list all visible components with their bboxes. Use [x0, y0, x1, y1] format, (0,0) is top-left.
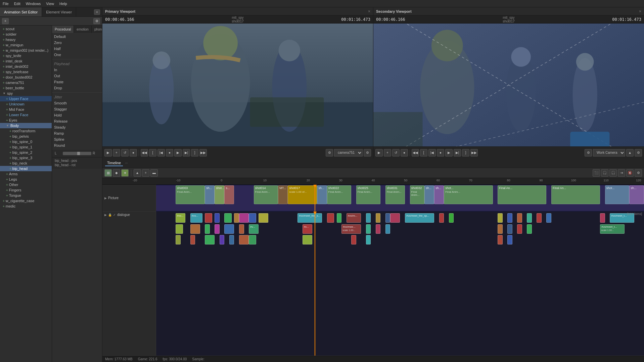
- proc-item-smooth[interactable]: Smooth: [52, 100, 102, 106]
- sound-clip-1[interactable]: #vo...: [176, 213, 185, 223]
- proc-item-hold[interactable]: Hold: [52, 112, 102, 118]
- sound-clip-r3-2[interactable]: [190, 235, 195, 244]
- sound-clip-17[interactable]: [390, 213, 400, 223]
- proc-item-zero[interactable]: Zero: [52, 40, 102, 46]
- interpolation-slider[interactable]: [63, 152, 91, 155]
- shot-sh3[interactable]: sh...: [424, 185, 434, 204]
- add-bookmark-button[interactable]: +: [113, 149, 120, 156]
- menu-edit[interactable]: Edit: [14, 2, 20, 6]
- proc-item-default[interactable]: Default: [52, 34, 102, 40]
- proc-item-one[interactable]: One: [52, 52, 102, 58]
- sec-play-button[interactable]: ▶: [375, 149, 383, 156]
- sec-add-btn[interactable]: +: [384, 149, 391, 156]
- tl-page-btn[interactable]: ▬: [150, 169, 158, 177]
- sec-frame-back[interactable]: [: [420, 149, 427, 156]
- sound-clip-r2-11[interactable]: [376, 224, 381, 234]
- sound-clip-r2-5[interactable]: [224, 224, 234, 234]
- secondary-viewport-canvas[interactable]: [373, 24, 644, 146]
- shot-sh4[interactable]: sh...: [434, 185, 444, 204]
- primary-viewport-close[interactable]: ×: [368, 9, 370, 14]
- proc-item-ramp[interactable]: Ramp: [52, 130, 102, 136]
- sound-clip-r2-7[interactable]: #v...: [249, 224, 259, 234]
- shot-025-block[interactable]: shot025 Final Anim...: [356, 185, 381, 204]
- shot-032-block[interactable]: shot032 Final Anim...: [410, 185, 425, 204]
- tree-item-w-minigun[interactable]: +w_minigun: [0, 42, 52, 48]
- tree-item-spy[interactable]: ▼spy: [0, 91, 52, 96]
- settings-button[interactable]: ⚙: [93, 18, 100, 24]
- sound-track-content[interactable]: [111 items] #vo... #vo...: [156, 212, 644, 356]
- step-fwd-button[interactable]: ▶▶: [199, 149, 207, 156]
- record-button[interactable]: ●: [130, 149, 137, 156]
- primary-viewport-canvas[interactable]: [102, 24, 373, 146]
- sound-clip-13[interactable]: #vo/m...: [347, 213, 361, 223]
- shot-031-block[interactable]: shot031 Final Anim...: [385, 185, 405, 204]
- sound-clip-r2-15[interactable]: [517, 224, 522, 234]
- tree-item-bip-pelvis[interactable]: +bip_pelvis: [0, 134, 52, 139]
- tree-item-tongue[interactable]: +Tongue: [0, 193, 52, 198]
- add-animation-button[interactable]: +: [2, 18, 9, 24]
- sound-clip-7[interactable]: [239, 213, 249, 223]
- sound-expand-icon[interactable]: ▶: [104, 213, 107, 217]
- slider-thumb[interactable]: [77, 152, 80, 155]
- sound-clip-24[interactable]: [527, 213, 532, 223]
- tree-item-intel-desk002[interactable]: +intel_desk002: [0, 64, 52, 69]
- sound-clip-3[interactable]: [205, 213, 212, 223]
- secondary-viewport-close[interactable]: ×: [639, 9, 641, 14]
- proc-tab-phoneme[interactable]: phoneme: [92, 26, 102, 33]
- tl-goto-end[interactable]: ⇥: [618, 169, 625, 177]
- tree-item-upper-face[interactable]: +Upper Face: [0, 96, 52, 101]
- sound-clip-r2-12[interactable]: [385, 224, 390, 234]
- sec-frame-fwd[interactable]: ]: [462, 149, 469, 156]
- sound-clip-r3-9[interactable]: [351, 235, 356, 244]
- sound-clip-r2-2[interactable]: [190, 224, 200, 234]
- tab-element-viewer[interactable]: Element Viewer: [42, 7, 76, 16]
- sound-clip-r3-1[interactable]: [176, 235, 181, 244]
- proc-item-release[interactable]: Release: [52, 118, 102, 124]
- proc-tab-procedural[interactable]: Procedural: [52, 26, 74, 33]
- play-btn2[interactable]: ▶: [174, 149, 182, 156]
- sec-step-back[interactable]: ◀◀: [412, 149, 419, 156]
- play-button[interactable]: ▶: [104, 149, 112, 156]
- shot-003[interactable]: shot003 Final Anim...: [176, 185, 205, 204]
- sec-settings[interactable]: ⚙: [585, 149, 592, 156]
- sound-clip-11[interactable]: [327, 213, 334, 223]
- sec-go-end[interactable]: ▶|: [454, 149, 461, 156]
- sound-clip-r2-1[interactable]: [176, 224, 183, 234]
- tree-item-unknown[interactable]: +Unknown: [0, 101, 52, 107]
- sound-clip-27[interactable]: [600, 213, 605, 223]
- sound-clip-r3-11[interactable]: [498, 235, 503, 244]
- shot-sh2[interactable]: sh...: [317, 185, 327, 204]
- sound-clip-12[interactable]: [337, 213, 342, 223]
- tree-item-medic[interactable]: +medic: [0, 203, 52, 209]
- tree-item-fingers[interactable]: +Fingers: [0, 187, 52, 193]
- sound-clip-r3-12[interactable]: [507, 235, 512, 244]
- sound-clip-10[interactable]: #vo/meet_the_s...: [297, 213, 322, 223]
- sound-clip-14[interactable]: [366, 213, 371, 223]
- shot-sh1[interactable]: sh...: [205, 185, 215, 204]
- step-back-button[interactable]: ◀◀: [141, 149, 148, 156]
- tree-item-soldier[interactable]: +soldier: [0, 32, 52, 37]
- sound-clip-r2-4[interactable]: [215, 224, 220, 234]
- shot-mt[interactable]: MT...: [278, 185, 288, 204]
- sound-clip-5[interactable]: [224, 213, 232, 223]
- proc-item-in[interactable]: In: [52, 67, 102, 73]
- sound-clip-6[interactable]: [234, 213, 239, 223]
- tree-item-beer-bottle[interactable]: +beer_bottle: [0, 85, 52, 91]
- shot-big3[interactable]: Final An...: [551, 185, 600, 204]
- sound-clip-r2-10[interactable]: [366, 224, 371, 234]
- tree-item-bip-spine-2[interactable]: +bip_spine_2: [0, 150, 52, 155]
- tree-item-bip-neck[interactable]: +bip_neck: [0, 161, 52, 166]
- sound-clip-26[interactable]: [546, 213, 551, 223]
- tl-mute-btn[interactable]: 🔇: [626, 169, 634, 177]
- tl-headphone2-btn[interactable]: 🎧: [609, 169, 617, 177]
- go-start-button[interactable]: |◀: [157, 149, 165, 156]
- camera-selector[interactable]: camera751: [334, 149, 363, 156]
- sec-loop-btn[interactable]: ↺: [392, 149, 400, 156]
- sound-clip-r3-6[interactable]: [239, 235, 249, 244]
- sound-clip-r2-16[interactable]: [527, 224, 532, 234]
- sound-clip-r2-3[interactable]: [205, 224, 210, 234]
- sec-step-fwd[interactable]: ▶▶: [470, 149, 478, 156]
- sound-clip-15[interactable]: [376, 213, 381, 223]
- proc-tab-emotion[interactable]: emotion: [74, 26, 92, 33]
- sound-clip-18[interactable]: #vo/meet_the_sp...: [405, 213, 434, 223]
